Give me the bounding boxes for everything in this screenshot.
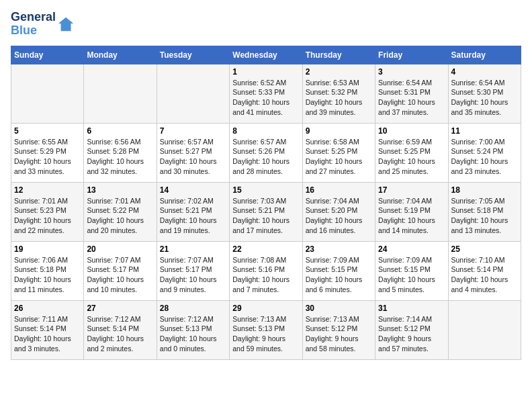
day-cell: 5Sunrise: 6:55 AM Sunset: 5:29 PM Daylig…	[11, 123, 84, 182]
logo-text: GeneralBlue	[11, 11, 56, 38]
day-cell: 12Sunrise: 7:01 AM Sunset: 5:23 PM Dayli…	[11, 182, 84, 241]
day-number: 19	[14, 244, 81, 254]
day-cell	[157, 64, 229, 123]
day-info: Sunrise: 7:01 AM Sunset: 5:23 PM Dayligh…	[14, 196, 81, 236]
day-cell: 3Sunrise: 6:54 AM Sunset: 5:31 PM Daylig…	[375, 64, 448, 123]
day-info: Sunrise: 7:12 AM Sunset: 5:14 PM Dayligh…	[87, 314, 153, 354]
day-number: 18	[451, 185, 518, 195]
day-info: Sunrise: 7:03 AM Sunset: 5:21 PM Dayligh…	[232, 196, 299, 236]
day-info: Sunrise: 7:02 AM Sunset: 5:21 PM Dayligh…	[160, 196, 226, 236]
day-info: Sunrise: 7:11 AM Sunset: 5:14 PM Dayligh…	[14, 314, 81, 354]
day-cell: 1Sunrise: 6:52 AM Sunset: 5:33 PM Daylig…	[230, 64, 302, 123]
day-number: 13	[87, 185, 153, 195]
col-header-sunday: Sunday	[11, 46, 84, 64]
day-cell: 10Sunrise: 6:59 AM Sunset: 5:25 PM Dayli…	[375, 123, 448, 182]
day-cell: 14Sunrise: 7:02 AM Sunset: 5:21 PM Dayli…	[157, 182, 229, 241]
day-number: 8	[232, 126, 299, 136]
day-info: Sunrise: 7:13 AM Sunset: 5:12 PM Dayligh…	[306, 314, 372, 354]
day-number: 12	[14, 185, 81, 195]
day-info: Sunrise: 6:54 AM Sunset: 5:30 PM Dayligh…	[451, 78, 518, 118]
day-cell: 27Sunrise: 7:12 AM Sunset: 5:14 PM Dayli…	[84, 300, 157, 359]
day-info: Sunrise: 7:04 AM Sunset: 5:19 PM Dayligh…	[378, 196, 445, 236]
day-cell: 24Sunrise: 7:09 AM Sunset: 5:15 PM Dayli…	[375, 241, 448, 300]
svg-marker-0	[58, 17, 73, 32]
day-cell: 7Sunrise: 6:57 AM Sunset: 5:27 PM Daylig…	[157, 123, 229, 182]
day-cell: 18Sunrise: 7:05 AM Sunset: 5:18 PM Dayli…	[448, 182, 521, 241]
col-header-monday: Monday	[84, 46, 157, 64]
day-cell: 20Sunrise: 7:07 AM Sunset: 5:17 PM Dayli…	[84, 241, 157, 300]
day-number: 31	[378, 304, 445, 313]
day-number: 15	[232, 185, 299, 195]
day-number: 23	[306, 244, 372, 254]
day-cell: 23Sunrise: 7:09 AM Sunset: 5:15 PM Dayli…	[302, 241, 375, 300]
day-number: 26	[14, 304, 81, 313]
day-info: Sunrise: 6:56 AM Sunset: 5:28 PM Dayligh…	[87, 137, 153, 177]
day-cell: 26Sunrise: 7:11 AM Sunset: 5:14 PM Dayli…	[11, 300, 84, 359]
day-info: Sunrise: 7:07 AM Sunset: 5:17 PM Dayligh…	[87, 255, 153, 295]
day-info: Sunrise: 6:55 AM Sunset: 5:29 PM Dayligh…	[14, 137, 81, 177]
day-number: 3	[378, 67, 445, 77]
day-cell: 30Sunrise: 7:13 AM Sunset: 5:12 PM Dayli…	[302, 300, 375, 359]
day-info: Sunrise: 7:06 AM Sunset: 5:18 PM Dayligh…	[14, 255, 81, 295]
day-number: 14	[160, 185, 226, 195]
day-info: Sunrise: 7:10 AM Sunset: 5:14 PM Dayligh…	[451, 255, 518, 295]
day-info: Sunrise: 6:57 AM Sunset: 5:27 PM Dayligh…	[160, 137, 226, 177]
day-cell: 25Sunrise: 7:10 AM Sunset: 5:14 PM Dayli…	[448, 241, 521, 300]
day-number: 7	[160, 126, 226, 136]
day-info: Sunrise: 7:01 AM Sunset: 5:22 PM Dayligh…	[87, 196, 153, 236]
day-cell	[84, 64, 157, 123]
col-header-saturday: Saturday	[448, 46, 521, 64]
day-info: Sunrise: 6:57 AM Sunset: 5:26 PM Dayligh…	[232, 137, 299, 177]
day-number: 11	[451, 126, 518, 136]
day-number: 29	[232, 304, 299, 313]
day-cell: 11Sunrise: 7:00 AM Sunset: 5:24 PM Dayli…	[448, 123, 521, 182]
day-number: 20	[87, 244, 153, 254]
day-number: 10	[378, 126, 445, 136]
day-cell: 29Sunrise: 7:13 AM Sunset: 5:13 PM Dayli…	[230, 300, 302, 359]
day-cell: 15Sunrise: 7:03 AM Sunset: 5:21 PM Dayli…	[230, 182, 302, 241]
week-row-5: 26Sunrise: 7:11 AM Sunset: 5:14 PM Dayli…	[11, 300, 521, 359]
day-number: 6	[87, 126, 153, 136]
day-cell: 31Sunrise: 7:14 AM Sunset: 5:12 PM Dayli…	[375, 300, 448, 359]
day-info: Sunrise: 6:59 AM Sunset: 5:25 PM Dayligh…	[378, 137, 445, 177]
day-cell	[11, 64, 84, 123]
col-header-tuesday: Tuesday	[157, 46, 229, 64]
day-info: Sunrise: 7:14 AM Sunset: 5:12 PM Dayligh…	[378, 314, 445, 354]
day-number: 16	[306, 185, 372, 195]
day-info: Sunrise: 7:04 AM Sunset: 5:20 PM Dayligh…	[306, 196, 372, 236]
day-cell: 21Sunrise: 7:07 AM Sunset: 5:17 PM Dayli…	[157, 241, 229, 300]
day-number: 21	[160, 244, 226, 254]
day-cell: 2Sunrise: 6:53 AM Sunset: 5:32 PM Daylig…	[302, 64, 375, 123]
day-cell: 22Sunrise: 7:08 AM Sunset: 5:16 PM Dayli…	[230, 241, 302, 300]
day-cell: 9Sunrise: 6:58 AM Sunset: 5:25 PM Daylig…	[302, 123, 375, 182]
day-cell: 16Sunrise: 7:04 AM Sunset: 5:20 PM Dayli…	[302, 182, 375, 241]
day-number: 2	[306, 67, 372, 77]
day-cell: 17Sunrise: 7:04 AM Sunset: 5:19 PM Dayli…	[375, 182, 448, 241]
calendar-table: SundayMondayTuesdayWednesdayThursdayFrid…	[11, 46, 521, 360]
page-header: GeneralBlue	[11, 11, 521, 38]
day-cell	[448, 300, 521, 359]
day-info: Sunrise: 6:53 AM Sunset: 5:32 PM Dayligh…	[306, 78, 372, 118]
day-number: 1	[232, 67, 299, 77]
day-info: Sunrise: 6:58 AM Sunset: 5:25 PM Dayligh…	[306, 137, 372, 177]
day-number: 28	[160, 304, 226, 313]
day-cell: 6Sunrise: 6:56 AM Sunset: 5:28 PM Daylig…	[84, 123, 157, 182]
day-info: Sunrise: 7:13 AM Sunset: 5:13 PM Dayligh…	[232, 314, 299, 354]
col-header-friday: Friday	[375, 46, 448, 64]
day-number: 25	[451, 244, 518, 254]
day-cell: 8Sunrise: 6:57 AM Sunset: 5:26 PM Daylig…	[230, 123, 302, 182]
logo-icon	[57, 15, 76, 34]
day-info: Sunrise: 7:12 AM Sunset: 5:13 PM Dayligh…	[160, 314, 226, 354]
day-number: 27	[87, 304, 153, 313]
day-info: Sunrise: 7:09 AM Sunset: 5:15 PM Dayligh…	[306, 255, 372, 295]
day-number: 17	[378, 185, 445, 195]
day-number: 4	[451, 67, 518, 77]
col-header-thursday: Thursday	[302, 46, 375, 64]
week-row-3: 12Sunrise: 7:01 AM Sunset: 5:23 PM Dayli…	[11, 182, 521, 241]
logo: GeneralBlue	[11, 11, 76, 38]
day-info: Sunrise: 7:07 AM Sunset: 5:17 PM Dayligh…	[160, 255, 226, 295]
day-info: Sunrise: 7:05 AM Sunset: 5:18 PM Dayligh…	[451, 196, 518, 236]
day-info: Sunrise: 6:54 AM Sunset: 5:31 PM Dayligh…	[378, 78, 445, 118]
day-info: Sunrise: 7:00 AM Sunset: 5:24 PM Dayligh…	[451, 137, 518, 177]
day-number: 22	[232, 244, 299, 254]
